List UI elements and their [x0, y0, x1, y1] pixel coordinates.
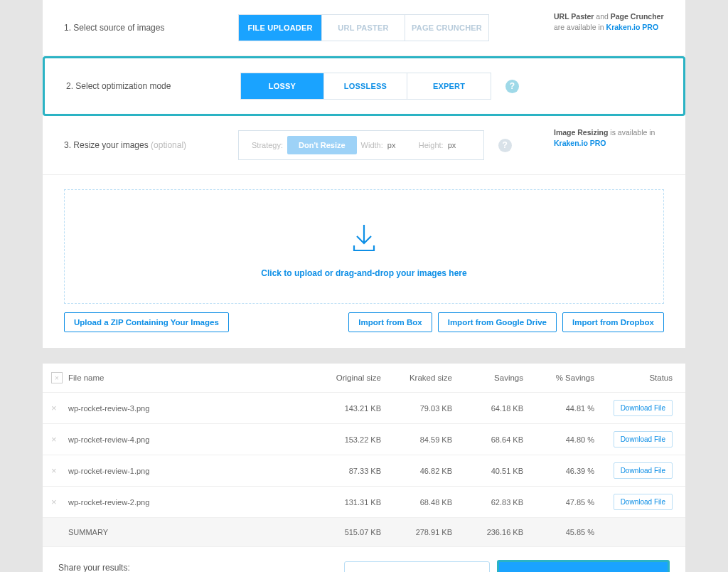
help-icon[interactable]: ? [505, 80, 519, 93]
strategy-label: Strategy: [252, 141, 283, 149]
source-tabs: FILE UPLOADER URL PASTER PAGE CRUNCHER [238, 14, 489, 41]
col-status: Status [594, 374, 673, 382]
import-gdrive-button[interactable]: Import from Google Drive [438, 312, 557, 332]
tab-page-cruncher[interactable]: PAGE CRUNCHER [405, 15, 488, 41]
remove-icon[interactable]: × [51, 403, 68, 413]
col-filename: File name [68, 374, 310, 382]
cell-filename: wp-rocket-review-4.png [68, 435, 310, 444]
cell-pct: 44.80 % [523, 435, 594, 444]
height-input[interactable] [448, 141, 475, 149]
width-input[interactable] [387, 141, 414, 149]
table-row: ×wp-rocket-review-4.png153.22 KB84.59 KB… [43, 424, 685, 455]
table-row: ×wp-rocket-review-1.png87.33 KB46.82 KB4… [43, 455, 685, 487]
remove-icon[interactable]: × [51, 434, 68, 445]
col-original: Original size [310, 374, 381, 382]
tab-lossy[interactable]: LOSSY [241, 73, 324, 99]
tab-file-uploader[interactable]: FILE UPLOADER [239, 15, 322, 41]
pro-link[interactable]: Kraken.io PRO [554, 139, 606, 147]
download-file-button[interactable]: Download File [614, 462, 673, 479]
width-label: Width: [361, 141, 383, 149]
cell-kraked: 84.59 KB [381, 435, 452, 444]
step1-row: 1. Select source of images FILE UPLOADER… [43, 0, 685, 56]
table-row: ×wp-rocket-review-3.png143.21 KB79.03 KB… [43, 393, 685, 424]
col-kraked: Kraked size [381, 374, 452, 382]
pro-link[interactable]: Kraken.io PRO [606, 23, 659, 31]
cell-original: 143.21 KB [310, 404, 381, 413]
cell-pct: 47.85 % [523, 498, 594, 507]
cell-original: 87.33 KB [310, 467, 381, 475]
step1-label: 1. Select source of images [64, 23, 238, 33]
download-zip-button[interactable]: Download All Kraked Files in a ZIP archi… [497, 560, 670, 572]
table-row: ×wp-rocket-review-2.png131.31 KB68.48 KB… [43, 487, 685, 518]
cell-filename: wp-rocket-review-1.png [68, 467, 310, 475]
cell-filename: wp-rocket-review-3.png [68, 404, 310, 413]
resize-controls: Strategy: Don't Resize Width: Height: [238, 130, 484, 160]
cell-pct: 44.81 % [523, 404, 594, 413]
results-panel: × File name Original size Kraked size Sa… [43, 364, 685, 572]
download-file-button[interactable]: Download File [614, 431, 673, 447]
cell-savings: 40.51 KB [452, 467, 523, 475]
step3-label: 3. Resize your images (optional) [64, 140, 238, 150]
tab-url-paster[interactable]: URL PASTER [322, 15, 405, 41]
share-label: Share your results: [58, 563, 231, 572]
step2-label: 2. Select optimization mode [66, 81, 240, 91]
share-row: Share your results: Share on Twitter Sha… [43, 547, 685, 572]
mode-tabs: LOSSY LOSSLESS EXPERT [240, 73, 491, 100]
summary-label: SUMMARY [68, 528, 310, 536]
cell-kraked: 79.03 KB [381, 404, 452, 413]
close-icon[interactable]: × [51, 372, 63, 383]
download-icon [347, 222, 381, 256]
import-box-button[interactable]: Import from Box [348, 312, 432, 332]
strategy-select[interactable]: Don't Resize [287, 136, 357, 154]
cell-savings: 62.83 KB [452, 498, 523, 507]
download-file-button[interactable]: Download File [614, 494, 673, 510]
import-dropbox-button[interactable]: Import from Dropbox [562, 312, 664, 332]
help-icon[interactable]: ? [498, 139, 512, 152]
col-savings: Savings [452, 374, 523, 382]
cell-pct: 46.39 % [523, 467, 594, 475]
cell-original: 131.31 KB [310, 498, 381, 507]
cell-kraked: 46.82 KB [381, 467, 452, 475]
download-file-button[interactable]: Download File [614, 400, 673, 416]
note-bold: Image Resizing [554, 128, 608, 137]
note-bold: Page Cruncher [611, 12, 664, 21]
cell-savings: 68.64 KB [452, 435, 523, 444]
upload-dropzone[interactable]: Click to upload or drag-and-drop your im… [64, 189, 664, 304]
import-buttons-row: Upload a ZIP Containing Your Images Impo… [43, 312, 685, 348]
tab-expert[interactable]: EXPERT [407, 73, 491, 99]
height-label: Height: [419, 141, 444, 149]
remove-icon[interactable]: × [51, 465, 68, 476]
col-pct: % Savings [523, 374, 594, 382]
step1-note: URL Paster and Page Cruncher are availab… [554, 11, 664, 32]
remove-icon[interactable]: × [51, 497, 68, 507]
tab-lossless[interactable]: LOSSLESS [324, 73, 407, 99]
note-bold: URL Paster [554, 12, 594, 21]
save-dropbox-button[interactable]: Save All Kraked Files in your Dropbox [344, 561, 490, 572]
step3-row: 3. Resize your images (optional) Strateg… [43, 116, 685, 175]
step3-note: Image Resizing is available in Kraken.io… [554, 127, 664, 148]
summary-row: SUMMARY 515.07 KB 278.91 KB 236.16 KB 45… [43, 518, 685, 547]
step2-row: 2. Select optimization mode LOSSY LOSSLE… [43, 56, 685, 116]
dropzone-text: Click to upload or drag-and-drop your im… [65, 268, 663, 278]
cell-kraked: 68.48 KB [381, 498, 452, 507]
cell-savings: 64.18 KB [452, 404, 523, 413]
upload-zip-button[interactable]: Upload a ZIP Containing Your Images [64, 312, 229, 332]
cell-filename: wp-rocket-review-2.png [68, 498, 310, 507]
cell-original: 153.22 KB [310, 435, 381, 444]
results-header: × File name Original size Kraked size Sa… [43, 364, 685, 393]
